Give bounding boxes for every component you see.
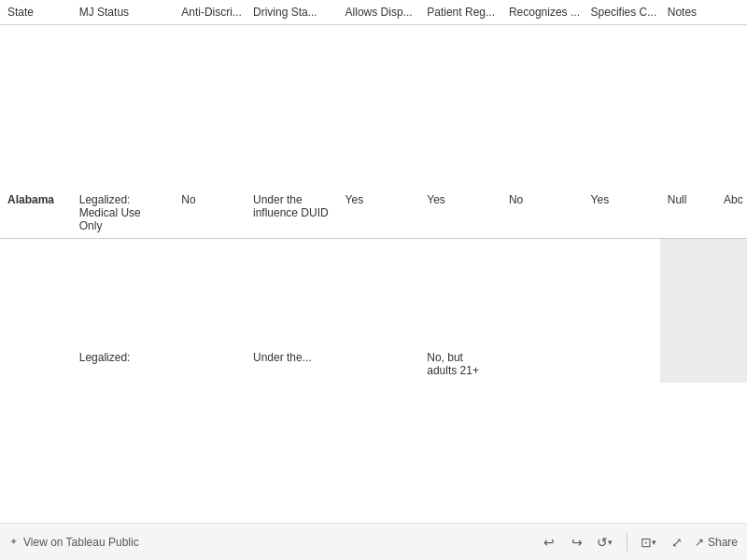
col-header-driving-sta: Driving Sta... bbox=[246, 0, 338, 25]
replay-button[interactable]: ↺▾ bbox=[595, 532, 615, 553]
fullscreen-button[interactable]: ⤢ bbox=[667, 532, 687, 553]
redo-button[interactable]: ↪ bbox=[567, 532, 587, 553]
table-row: Alabama Legalized: Medical Use Only No U… bbox=[0, 25, 747, 239]
cell-patient-reg-2: No, but adults 21+ bbox=[419, 239, 501, 384]
share-label: Share bbox=[708, 536, 738, 549]
table-row-partial: Legalized: Under the... No, but adults 2… bbox=[0, 239, 747, 384]
cell-allows-disp: Yes bbox=[338, 25, 420, 239]
cell-state-2 bbox=[0, 239, 72, 384]
cell-state: Alabama bbox=[0, 25, 72, 239]
cell-patient-reg: Yes bbox=[419, 25, 501, 239]
col-header-state: State bbox=[0, 0, 72, 25]
col-header-anti-discri: Anti-Discri... bbox=[174, 0, 246, 25]
undo-button[interactable]: ↩ bbox=[539, 532, 559, 553]
cell-anti-discri: No bbox=[174, 25, 246, 239]
cell-allows-disp-2 bbox=[338, 239, 420, 384]
replay-dropdown-icon: ▾ bbox=[608, 538, 613, 547]
cell-driving-sta-2: Under the... bbox=[246, 239, 338, 384]
share-button[interactable]: ↗ Share bbox=[695, 536, 738, 549]
col-header-extra bbox=[716, 0, 747, 25]
embed-dropdown-icon: ▾ bbox=[652, 538, 656, 547]
data-table: State MJ Status Anti-Discri... Driving S… bbox=[0, 0, 747, 383]
share-icon: ↗ bbox=[695, 536, 704, 549]
cell-extra: Abc bbox=[716, 25, 747, 239]
embed-button[interactable]: ⊡▾ bbox=[639, 532, 659, 553]
cell-notes: Null bbox=[660, 25, 716, 239]
cell-recognizes: No bbox=[501, 25, 584, 239]
cell-driving-sta: Under the influence DUID bbox=[246, 25, 338, 239]
toolbar-right-section: ↩ ↪ ↺▾ ⊡▾ ⤢ ↗ Share bbox=[539, 532, 738, 553]
col-header-notes: Notes bbox=[660, 0, 716, 25]
embed-icon: ⊡ bbox=[641, 535, 652, 550]
col-header-specifies-c: Specifies C... bbox=[584, 0, 660, 25]
cell-notes-2 bbox=[660, 239, 716, 384]
toolbar-left-section: ✦ View on Tableau Public bbox=[9, 536, 535, 549]
bottom-toolbar: ✦ View on Tableau Public ↩ ↪ ↺▾ ⊡▾ ⤢ ↗ S… bbox=[0, 523, 747, 560]
col-header-mj-status: MJ Status bbox=[72, 0, 175, 25]
col-header-allows-disp: Allows Disp... bbox=[338, 0, 420, 25]
tableau-grid-icon: ✦ bbox=[9, 536, 18, 548]
cell-anti-discri-2 bbox=[174, 239, 246, 384]
col-header-patient-reg: Patient Reg... bbox=[419, 0, 501, 25]
cell-specifies-c-2 bbox=[584, 239, 660, 384]
cell-specifies-c: Yes bbox=[584, 25, 660, 239]
toolbar-separator bbox=[627, 533, 627, 552]
cell-extra-2 bbox=[716, 239, 747, 384]
tableau-public-link[interactable]: View on Tableau Public bbox=[23, 536, 139, 549]
cell-mj-status-2: Legalized: bbox=[72, 239, 175, 384]
state-name-label: Alabama bbox=[7, 193, 54, 206]
cell-recognizes-2 bbox=[501, 239, 584, 384]
replay-icon: ↺ bbox=[597, 535, 608, 550]
table-header-row: State MJ Status Anti-Discri... Driving S… bbox=[0, 0, 747, 25]
col-header-recognizes: Recognizes ... bbox=[501, 0, 584, 25]
table-container: State MJ Status Anti-Discri... Driving S… bbox=[0, 0, 747, 532]
cell-mj-status: Legalized: Medical Use Only bbox=[72, 25, 175, 239]
